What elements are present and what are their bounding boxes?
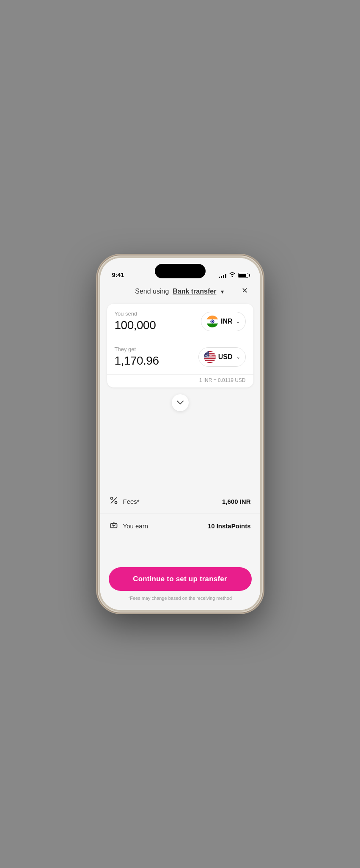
send-amount[interactable]: 100,000 (115, 319, 201, 332)
svg-rect-26 (204, 358, 216, 359)
inr-flag (206, 316, 218, 327)
svg-rect-3 (206, 323, 218, 327)
earn-icon (110, 521, 123, 531)
svg-rect-27 (204, 359, 216, 360)
svg-point-38 (115, 502, 117, 504)
earn-value: 10 InstaPoints (208, 522, 251, 530)
battery-icon (238, 273, 248, 278)
they-get-row: They get 1,170.96 (107, 339, 253, 375)
app-content: Send using Bank transfer ▼ ✕ You send 10… (100, 281, 260, 610)
send-currency-code: INR (221, 318, 233, 325)
svg-rect-18 (204, 351, 216, 352)
receive-amount[interactable]: 1,170.96 (115, 354, 198, 368)
you-send-row: You send 100,000 (107, 304, 253, 339)
send-label: You send (115, 310, 201, 317)
svg-text:★★★★★: ★★★★★ (204, 356, 211, 357)
send-currency-selector[interactable]: INR ⌄ (201, 312, 246, 331)
send-method-title: Send using Bank transfer ▼ (135, 288, 225, 295)
signal-icon (219, 273, 226, 278)
receive-currency-selector[interactable]: ★★★★★★ ★★★★★ ★★★★★★ ★★★★★ USD ⌄ (198, 347, 246, 367)
earn-label: You earn (123, 522, 208, 530)
header: Send using Bank transfer ▼ ✕ (100, 281, 260, 300)
close-button[interactable]: ✕ (238, 284, 252, 297)
svg-line-39 (111, 498, 116, 503)
fees-value: 1,600 INR (222, 498, 251, 505)
svg-point-37 (110, 497, 113, 500)
status-time: 9:41 (112, 271, 124, 278)
earn-row: You earn 10 InstaPoints (100, 514, 260, 538)
exchange-rate: 1 INR = 0.0119 USD (107, 375, 253, 387)
send-amount-section: You send 100,000 (115, 310, 201, 332)
receive-amount-section: They get 1,170.96 (115, 346, 198, 368)
fees-label: Fees* (123, 498, 222, 505)
svg-rect-25 (204, 357, 216, 358)
bottom-section: Continue to set up transfer *Fees may ch… (100, 560, 260, 610)
send-currency-chevron: ⌄ (236, 319, 240, 324)
receive-currency-code: USD (218, 353, 233, 361)
receive-label: They get (115, 346, 198, 352)
fees-row: Fees* 1,600 INR (100, 489, 260, 514)
continue-button[interactable]: Continue to set up transfer (109, 567, 252, 591)
middle-spacer (100, 415, 260, 481)
usd-flag: ★★★★★★ ★★★★★ ★★★★★★ ★★★★★ (204, 351, 216, 363)
expand-section (100, 391, 260, 415)
svg-rect-30 (204, 362, 216, 363)
svg-rect-28 (204, 360, 216, 361)
details-section: Fees* 1,600 INR You earn (100, 481, 260, 560)
status-icons (219, 272, 248, 278)
receive-currency-chevron: ⌄ (236, 354, 240, 360)
currency-exchange-card: You send 100,000 (107, 304, 253, 387)
svg-rect-1 (206, 316, 218, 319)
svg-rect-29 (204, 361, 216, 362)
dynamic-island (155, 264, 206, 278)
fees-icon (110, 496, 123, 507)
expand-button[interactable] (172, 394, 189, 411)
wifi-icon (229, 272, 236, 278)
disclaimer-text: *Fees may change based on the receiving … (109, 595, 252, 602)
method-dropdown-arrow: ▼ (220, 289, 225, 295)
